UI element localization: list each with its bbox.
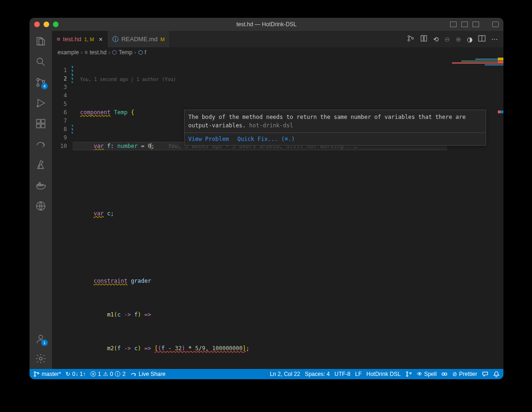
accounts-icon[interactable]: 1 xyxy=(35,333,46,345)
svg-rect-6 xyxy=(37,124,40,128)
close-window-button[interactable] xyxy=(34,22,40,27)
svg-point-22 xyxy=(34,372,36,373)
svg-rect-10 xyxy=(39,184,40,186)
tab-dirty-indicator: M xyxy=(161,37,165,42)
remote-explorer-icon[interactable] xyxy=(35,200,46,212)
code-line[interactable]: } xyxy=(73,378,503,379)
code-area[interactable]: You, 1 second ago | 1 author (You) compo… xyxy=(73,58,503,369)
svg-rect-7 xyxy=(41,124,45,128)
problem-hover: The body of the method needs to return t… xyxy=(184,110,486,146)
scm-badge: 4 xyxy=(41,83,48,89)
tab-test-hd[interactable]: ≡ test.hd 1, M × xyxy=(52,31,108,47)
line-number: 7 xyxy=(52,117,67,125)
view-problem-link[interactable]: View Problem xyxy=(188,135,229,143)
code-line[interactable]: var c; xyxy=(73,209,503,218)
extensions-icon[interactable] xyxy=(35,118,46,129)
svg-point-4 xyxy=(37,106,38,107)
code-line[interactable]: m2(f -> c) => [(f - 32) * 5/9, 100000000… xyxy=(73,344,503,353)
more-actions-icon[interactable]: ⋯ xyxy=(491,36,498,43)
overview-info-marker xyxy=(501,110,503,113)
customize-layout-icon[interactable] xyxy=(492,22,499,27)
crumb-file[interactable]: test.hd xyxy=(89,49,106,56)
hover-message: The body of the method needs to return t… xyxy=(185,110,486,132)
open-changes-icon[interactable] xyxy=(420,35,428,44)
quick-fix-link[interactable]: Quick Fix... (⌘.) xyxy=(237,135,295,143)
tab-close-icon[interactable]: × xyxy=(99,36,103,43)
line-number: 6 xyxy=(52,108,67,117)
panel-bottom-icon[interactable] xyxy=(461,22,468,27)
app-window: test.hd — HotDrink-DSL 4 xyxy=(30,18,503,379)
editor[interactable]: 1 2 3 4 5 6 7 8 9 10 You, 1 second ago |… xyxy=(52,58,503,369)
line-number: 8 xyxy=(52,125,67,133)
line-number: 10 xyxy=(52,142,67,150)
tab-filename: README.md xyxy=(121,36,157,43)
activity-bar: 4 1 xyxy=(30,31,52,369)
overview-warning-marker xyxy=(498,58,503,60)
panel-left-icon[interactable] xyxy=(450,22,457,27)
breadcrumb[interactable]: example › ≡ test.hd › ⬡ Temp › ⬡ f xyxy=(52,47,503,58)
layout-controls xyxy=(450,22,499,27)
line-number: 2 xyxy=(52,74,67,83)
code-line[interactable]: constraint grader xyxy=(73,277,503,285)
line-number: 5 xyxy=(52,100,67,108)
svg-point-16 xyxy=(408,36,410,37)
code-line[interactable]: m1(c -> f) => xyxy=(73,310,503,319)
svg-point-23 xyxy=(34,375,36,376)
code-line[interactable] xyxy=(73,243,503,251)
svg-point-17 xyxy=(408,39,410,41)
crumb-symbol[interactable]: Temp xyxy=(118,49,132,56)
svg-point-2 xyxy=(37,84,39,87)
zoom-window-button[interactable] xyxy=(53,22,59,27)
panel-right-icon[interactable] xyxy=(473,22,479,27)
svg-rect-5 xyxy=(37,119,40,123)
symbol-field-icon: ⬡ xyxy=(138,49,143,56)
toggle-aux-icon[interactable]: ◑ xyxy=(467,36,473,43)
settings-gear-icon[interactable] xyxy=(35,353,46,364)
tabs-bar: ≡ test.hd 1, M × ⓘ README.md M ⟲ ⊖ ⊕ ◑ xyxy=(52,31,503,47)
info-icon: ⓘ xyxy=(112,35,118,44)
svg-point-0 xyxy=(37,58,43,64)
azure-icon[interactable] xyxy=(35,159,46,170)
crumb-root[interactable]: example xyxy=(58,49,79,56)
window-controls xyxy=(34,22,59,27)
run-icon[interactable]: ⟲ xyxy=(433,36,439,43)
svg-point-18 xyxy=(412,37,414,39)
line-number: 3 xyxy=(52,83,67,91)
svg-point-14 xyxy=(39,335,43,339)
titlebar: test.hd — HotDrink-DSL xyxy=(30,18,503,31)
editor-actions: ⟲ ⊖ ⊕ ◑ ⋯ xyxy=(401,31,503,47)
codelens[interactable]: You, 1 second ago | 1 author (You) xyxy=(73,75,503,82)
docker-icon[interactable] xyxy=(35,180,46,191)
minimize-window-button[interactable] xyxy=(44,22,49,27)
svg-point-24 xyxy=(37,373,39,374)
branch-status[interactable]: master* xyxy=(33,371,61,377)
run-debug-icon[interactable] xyxy=(35,97,46,109)
window-title: test.hd — HotDrink-DSL xyxy=(30,21,503,28)
split-editor-icon[interactable] xyxy=(478,35,486,44)
svg-rect-12 xyxy=(39,183,40,184)
tab-dirty-indicator: 1, M xyxy=(84,37,94,42)
tab-readme[interactable]: ⓘ README.md M xyxy=(108,31,170,47)
next-change-icon[interactable]: ⊕ xyxy=(456,36,461,43)
line-number: 4 xyxy=(52,91,67,100)
compare-changes-icon[interactable] xyxy=(407,35,414,44)
explorer-icon[interactable] xyxy=(35,36,46,47)
file-icon: ≡ xyxy=(57,36,60,43)
minimap[interactable] xyxy=(447,58,503,369)
chevron-right-icon: › xyxy=(81,49,82,56)
crumb-symbol[interactable]: f xyxy=(145,49,146,56)
source-control-icon[interactable]: 4 xyxy=(35,77,46,88)
svg-rect-9 xyxy=(37,184,38,186)
svg-point-15 xyxy=(39,357,42,360)
sync-icon: ↻ xyxy=(66,371,70,377)
search-icon[interactable] xyxy=(35,56,46,67)
accounts-badge: 1 xyxy=(41,339,48,346)
file-icon: ≡ xyxy=(84,49,88,56)
svg-rect-8 xyxy=(41,119,45,123)
share-icon[interactable] xyxy=(35,139,46,150)
svg-rect-19 xyxy=(421,36,423,41)
line-number: 1 xyxy=(52,66,67,74)
prev-change-icon[interactable]: ⊖ xyxy=(444,36,450,43)
code-line[interactable] xyxy=(73,176,503,184)
svg-rect-20 xyxy=(424,36,427,41)
